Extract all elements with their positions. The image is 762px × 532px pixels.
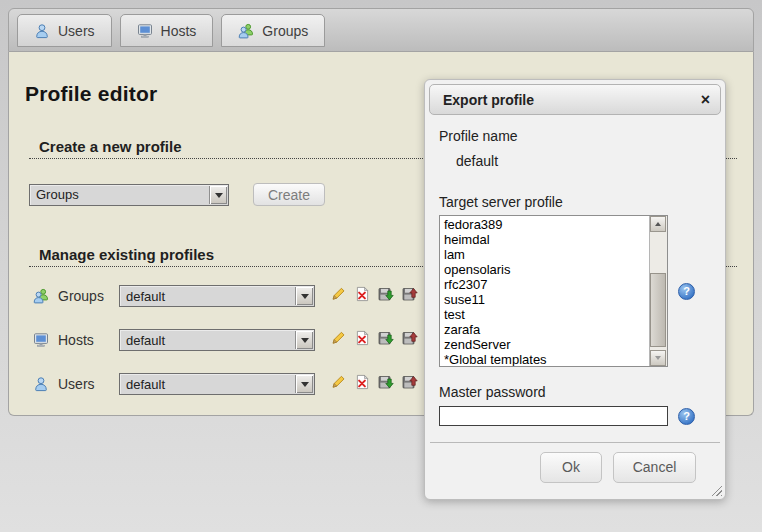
hosts-profile-select-value: default <box>126 333 165 348</box>
scroll-up-icon[interactable] <box>650 216 666 232</box>
chevron-down-icon[interactable] <box>295 331 313 349</box>
target-server-profile-label: Target server profile <box>439 194 711 210</box>
groups-icon <box>238 23 254 39</box>
chevron-down-icon[interactable] <box>295 287 313 305</box>
delete-profile-icon[interactable] <box>354 330 370 350</box>
delete-profile-icon[interactable] <box>354 286 370 306</box>
cancel-button[interactable]: Cancel <box>613 452 696 483</box>
profile-name-value: default <box>456 153 711 169</box>
row-label-users: Users <box>58 376 119 392</box>
profile-type-select-value: Groups <box>36 187 79 202</box>
list-item[interactable]: rfc2307 <box>440 277 667 292</box>
dialog-title: Export profile <box>443 92 534 108</box>
list-item[interactable]: zendServer <box>440 337 667 352</box>
host-icon <box>137 23 153 39</box>
profile-type-select[interactable]: Groups <box>29 184 229 206</box>
profile-name-label: Profile name <box>439 128 711 144</box>
list-item[interactable]: test <box>440 307 667 322</box>
ok-button[interactable]: Ok <box>540 452 602 483</box>
tab-bar: Users Hosts <box>8 8 754 52</box>
tab-users-label: Users <box>58 23 95 39</box>
help-icon[interactable]: ? <box>678 283 695 300</box>
target-server-profile-listbox[interactable]: fedora389 heimdal lam opensolaris rfc230… <box>439 215 668 367</box>
row-label-hosts: Hosts <box>58 332 119 348</box>
edit-profile-icon[interactable] <box>330 330 346 350</box>
scrollbar-thumb[interactable] <box>650 273 666 347</box>
import-profile-icon[interactable] <box>378 286 394 306</box>
user-icon <box>34 23 50 39</box>
list-item[interactable]: suse11 <box>440 292 667 307</box>
help-icon[interactable]: ? <box>678 408 695 425</box>
tab-groups[interactable]: Groups <box>221 14 325 47</box>
list-item[interactable]: zarafa <box>440 322 667 337</box>
users-profile-select-value: default <box>126 377 165 392</box>
hosts-profile-select[interactable]: default <box>119 329 315 351</box>
import-profile-icon[interactable] <box>378 330 394 350</box>
export-profile-icon[interactable] <box>402 374 418 394</box>
host-icon <box>33 332 49 348</box>
edit-profile-icon[interactable] <box>330 374 346 394</box>
list-item[interactable]: fedora389 <box>440 217 667 232</box>
export-profile-dialog: Export profile × Profile name default Ta… <box>424 79 726 500</box>
close-icon[interactable]: × <box>701 92 710 108</box>
import-profile-icon[interactable] <box>378 374 394 394</box>
tab-hosts-label: Hosts <box>161 23 197 39</box>
create-button[interactable]: Create <box>253 183 325 206</box>
export-profile-icon[interactable] <box>402 330 418 350</box>
list-item[interactable]: lam <box>440 247 667 262</box>
list-item[interactable]: heimdal <box>440 232 667 247</box>
groups-icon <box>33 288 49 304</box>
listbox-scrollbar[interactable] <box>649 216 667 366</box>
list-item[interactable]: opensolaris <box>440 262 667 277</box>
user-icon <box>33 376 49 392</box>
list-item[interactable]: *Global templates <box>440 352 667 367</box>
tab-hosts[interactable]: Hosts <box>120 14 214 47</box>
row-label-groups: Groups <box>58 288 119 304</box>
groups-profile-select-value: default <box>126 289 165 304</box>
chevron-down-icon[interactable] <box>295 375 313 393</box>
chevron-down-icon[interactable] <box>209 186 227 204</box>
master-password-label: Master password <box>439 384 711 400</box>
edit-profile-icon[interactable] <box>330 286 346 306</box>
tab-groups-label: Groups <box>262 23 308 39</box>
tab-users[interactable]: Users <box>17 14 112 47</box>
export-profile-icon[interactable] <box>402 286 418 306</box>
groups-profile-select[interactable]: default <box>119 285 315 307</box>
scroll-down-icon[interactable] <box>650 350 666 366</box>
dialog-button-pane: Ok Cancel <box>430 442 720 499</box>
delete-profile-icon[interactable] <box>354 374 370 394</box>
profile-editor-page: Users Hosts <box>0 0 762 532</box>
master-password-input[interactable] <box>439 406 668 426</box>
users-profile-select[interactable]: default <box>119 373 315 395</box>
dialog-titlebar[interactable]: Export profile × <box>429 84 721 115</box>
